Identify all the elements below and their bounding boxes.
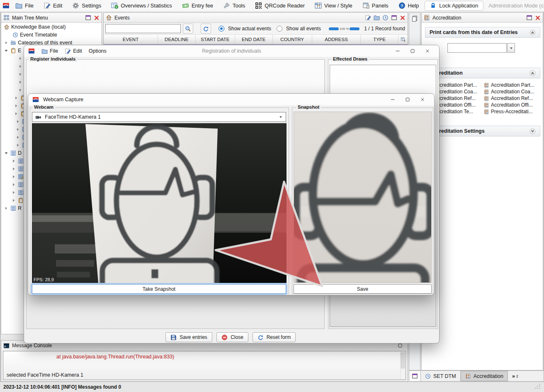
chevron-right-icon [18, 56, 23, 61]
menu-item-settings[interactable]: Settings [72, 2, 101, 9]
maximize-button[interactable] [400, 94, 415, 105]
accreditation-card-item[interactable]: Accreditation Offi... [484, 102, 540, 108]
radio-show-actual-events[interactable] [219, 26, 224, 32]
column-header-event[interactable]: EVENT [104, 35, 158, 44]
table-settings-cell[interactable] [398, 35, 408, 44]
refresh-button[interactable] [201, 24, 211, 34]
search-button[interactable] [183, 24, 193, 34]
webcam-titlebar[interactable]: Webcam Capture [28, 94, 434, 105]
column-header-country[interactable]: COUNTRY [273, 35, 312, 44]
restore-panel-icon[interactable] [85, 15, 91, 21]
maximize-button[interactable] [405, 46, 420, 57]
tab-set-dtm[interactable]: SET DTM [421, 371, 461, 381]
console-maximize-icon[interactable] [397, 343, 403, 348]
table-settings-icon [401, 37, 406, 42]
menu-options[interactable]: Options [89, 48, 107, 54]
minimize-button[interactable] [390, 46, 405, 57]
tab-accreditation[interactable]: Accreditation [461, 371, 508, 381]
menu-item-tools[interactable]: Tools [223, 2, 245, 9]
main-menubar: FileEditSettingsOverviews / StatisticsEn… [0, 0, 544, 12]
accreditation-card-item[interactable]: Press-Accreditati... [484, 108, 540, 115]
menu-item-overviews-statistics[interactable]: Overviews / Statistics [111, 2, 172, 9]
column-header-start-date[interactable]: START DATE [196, 35, 235, 44]
status-message: 2023-12-12 10:04:06:401 [INFO] Messages … [3, 384, 121, 390]
menu-item-view-style[interactable]: View / Style [315, 2, 352, 9]
date-dropdown-button[interactable] [507, 43, 515, 53]
restore-panel-cell[interactable] [409, 371, 421, 381]
column-header-address[interactable]: ADDRESS [312, 35, 361, 44]
chevron-right-icon [4, 40, 9, 45]
section-print-cards[interactable]: Print cards from this date of Entries [425, 27, 540, 38]
collapse-icon[interactable] [529, 29, 536, 36]
column-header-type[interactable]: TYPE [361, 35, 398, 44]
chevron-right-icon [14, 111, 19, 116]
chevron-right-icon [11, 174, 16, 179]
accreditation-panel: Accreditation Print cards from this date… [421, 12, 543, 370]
pencil-icon [44, 2, 51, 9]
column-header-deadline[interactable]: DEADLINE [158, 35, 196, 44]
chevron-right-icon [14, 95, 19, 100]
console-scrollbar[interactable] [400, 352, 405, 379]
print-date-input[interactable] [447, 43, 507, 53]
edit-event-icon[interactable] [365, 15, 371, 21]
close-panel-icon[interactable] [400, 15, 406, 21]
qr-icon [255, 2, 262, 9]
camera-select[interactable]: FaceTime HD-Kamera 1 [32, 112, 286, 122]
restore-panel-icon[interactable] [526, 15, 532, 21]
take-snapshot-button[interactable]: Take Snapshot [32, 284, 286, 294]
close-panel-icon[interactable] [94, 15, 100, 21]
open-event-icon[interactable] [374, 15, 380, 21]
accreditation-card-item[interactable]: Accreditation Part... [484, 82, 540, 88]
menu-item-help[interactable]: ?Help [398, 2, 419, 9]
tab-overflow[interactable]: » 2 [508, 371, 522, 381]
tree-item-event-timetable[interactable]: Event Timetable [1, 31, 102, 39]
collapse-icon[interactable] [529, 70, 536, 76]
registration-titlebar[interactable]: File Edit Options Registration of indivi… [24, 45, 439, 57]
section-accreditation-settings[interactable]: Accreditation Settings [425, 126, 540, 136]
accreditation-card-item[interactable]: Accreditation Coa... [484, 88, 540, 95]
tree-icon [3, 15, 10, 21]
menu-file[interactable]: File [41, 48, 58, 54]
radio-show-all-events[interactable] [277, 26, 282, 32]
event-time-icon[interactable] [382, 15, 389, 21]
accreditation-list: Accreditation Part...Accreditation Part.… [427, 82, 540, 115]
tree-panel-titlebar: Main Tree Menu [1, 13, 102, 23]
menu-item-panels[interactable]: Panels [362, 2, 389, 9]
console-log[interactable]: at java.base/java.lang.Thread.run(Thread… [3, 351, 406, 380]
close-button[interactable] [420, 46, 435, 57]
close-form-button[interactable]: Close [216, 332, 248, 342]
panels-icon [362, 2, 369, 9]
save-entries-button[interactable]: Save entries [165, 332, 212, 342]
section-accreditation[interactable]: Accreditation [425, 68, 540, 78]
accreditation-card-item[interactable]: Accreditation Ref... [484, 95, 540, 102]
events-search-input[interactable] [105, 24, 181, 33]
column-header-end-date[interactable]: END DATE [235, 35, 273, 44]
help-icon: ? [398, 2, 406, 9]
expand-icon[interactable] [529, 128, 536, 134]
close-panel-icon[interactable] [535, 15, 541, 21]
menu-item-edit[interactable]: Edit [44, 2, 62, 9]
listicon-icon [10, 150, 16, 156]
restore-panel-icon[interactable] [391, 15, 397, 21]
resize-grip-icon[interactable] [535, 384, 541, 390]
webcam-title: Webcam Capture [43, 97, 83, 102]
radio-actual-label: Show actual events [228, 26, 271, 32]
minimize-button[interactable] [385, 94, 400, 105]
chevron-right-icon [15, 119, 20, 124]
lock-application-button[interactable]: Lock Application [425, 1, 483, 11]
menu-item-qrcode-reader[interactable]: QRCode Reader [255, 2, 305, 9]
save-snapshot-button[interactable]: Save [294, 284, 432, 294]
close-circle-icon [221, 334, 228, 341]
menu-item-file[interactable]: File [15, 2, 34, 9]
webcam-video-preview: FPS: 28,9 [32, 123, 287, 283]
app-logo-icon [28, 48, 35, 54]
close-button[interactable] [415, 94, 430, 105]
menu-edit[interactable]: Edit [65, 48, 82, 54]
menu-item-entry-fee[interactable]: Entry fee [182, 2, 213, 9]
events-icon [106, 15, 112, 21]
badge-icon [484, 83, 489, 88]
pages-icon[interactable] [411, 15, 418, 22]
tree-item-knowledge-base-local[interactable]: Knowledge Base (local) [1, 23, 102, 31]
chevron-right-icon [18, 64, 23, 69]
reset-form-button[interactable]: Reset form [253, 332, 296, 342]
